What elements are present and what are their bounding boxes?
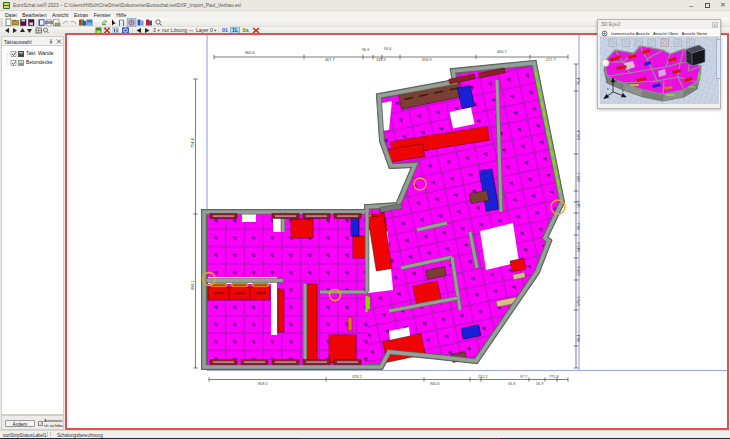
svg-text:860.6: 860.6 bbox=[245, 51, 255, 55]
svg-text:76.4: 76.4 bbox=[577, 78, 581, 85]
svg-text:56.8: 56.8 bbox=[508, 382, 515, 386]
svg-text:97.7: 97.7 bbox=[520, 375, 527, 379]
svg-text:227.7: 227.7 bbox=[546, 58, 556, 62]
svg-text:636.4: 636.4 bbox=[577, 130, 581, 140]
svg-text:318.6: 318.6 bbox=[577, 266, 581, 276]
svg-text:93.4: 93.4 bbox=[384, 47, 391, 51]
svg-text:467.7: 467.7 bbox=[325, 58, 335, 62]
svg-text:56.9: 56.9 bbox=[536, 382, 543, 386]
svg-text:858.5: 858.5 bbox=[258, 382, 268, 386]
svg-text:96.9: 96.9 bbox=[362, 48, 369, 52]
svg-text:14.7: 14.7 bbox=[577, 201, 581, 208]
svg-text:775.8: 775.8 bbox=[549, 375, 559, 379]
svg-text:288.1: 288.1 bbox=[577, 172, 581, 182]
svg-text:x,y: x,y bbox=[609, 57, 613, 61]
svg-text:542.0: 542.0 bbox=[577, 242, 581, 252]
svg-text:98.4: 98.4 bbox=[577, 335, 581, 342]
svg-text:940.6: 940.6 bbox=[430, 382, 440, 386]
svg-text:232.2: 232.2 bbox=[478, 375, 488, 379]
svg-text:579.6: 579.6 bbox=[577, 296, 581, 306]
svg-text:724.4: 724.4 bbox=[191, 138, 195, 148]
svg-text:138.9: 138.9 bbox=[376, 58, 386, 62]
svg-text:656.9: 656.9 bbox=[422, 58, 432, 62]
svg-text:98.2: 98.2 bbox=[577, 223, 581, 230]
svg-text:660.7: 660.7 bbox=[497, 50, 507, 54]
svg-text:898.1: 898.1 bbox=[191, 280, 195, 290]
svg-text:378.2: 378.2 bbox=[352, 375, 362, 379]
